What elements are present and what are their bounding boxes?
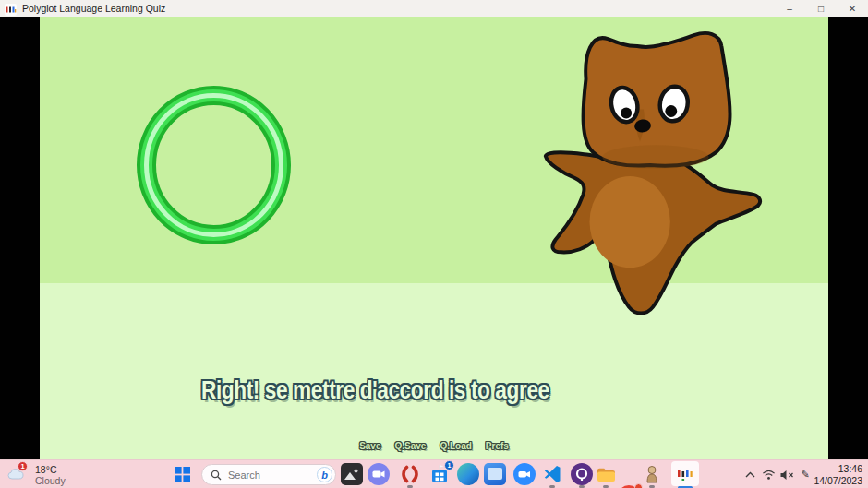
- weather-condition: Cloudy: [35, 475, 66, 486]
- menu-prefs[interactable]: Prefs: [486, 441, 509, 451]
- windows-logo-icon: [175, 467, 190, 482]
- quiz-scene: Right! se mettre d'accord is to agree Sa…: [40, 17, 828, 459]
- wifi-icon[interactable]: [759, 460, 778, 488]
- app-content: Right! se mettre d'accord is to agree Sa…: [0, 17, 868, 459]
- weather-notification-badge: 1: [18, 461, 28, 471]
- purple-app-icon[interactable]: [571, 463, 593, 485]
- scene-menu: Save Q.Save Q.Load Prefs: [40, 441, 828, 451]
- app-icon: [5, 3, 17, 15]
- edge-browser-icon[interactable]: [457, 463, 479, 485]
- quiz-red-app-icon[interactable]: [399, 463, 421, 485]
- taskbar: 1 18°C Cloudy b: [0, 459, 868, 488]
- character-app-icon[interactable]: [641, 463, 663, 485]
- bing-chat-icon[interactable]: b: [317, 467, 332, 482]
- bear-character: [527, 22, 766, 327]
- menu-save[interactable]: Save: [359, 441, 380, 451]
- weather-temperature: 18°C: [35, 464, 66, 475]
- clock-date: 14/07/2023: [814, 475, 862, 487]
- window-title: Polyglot Language Learning Quiz: [22, 3, 165, 14]
- window-titlebar[interactable]: Polyglot Language Learning Quiz – □ ✕: [0, 0, 868, 17]
- search-input[interactable]: [228, 470, 307, 481]
- chrome-notification-badge: [634, 483, 643, 488]
- quiz-feedback-text: Right! se mettre d'accord is to agree: [201, 376, 549, 405]
- green-ring-icon: [137, 86, 291, 244]
- active-app-quiz-icon[interactable]: [671, 461, 699, 486]
- start-button[interactable]: [175, 467, 190, 482]
- pen-icon[interactable]: ✎: [796, 460, 814, 488]
- taskbar-clock[interactable]: 13:46 14/07/2023: [814, 463, 862, 486]
- vscode-app-icon[interactable]: [541, 463, 563, 485]
- window-controls: – □ ✕: [774, 0, 868, 17]
- zoom-app-icon[interactable]: [513, 463, 536, 485]
- search-icon: [211, 470, 222, 481]
- close-button[interactable]: ✕: [837, 0, 868, 17]
- store-notification-badge: 1: [444, 460, 454, 470]
- taskbar-search[interactable]: b: [201, 464, 336, 485]
- file-explorer-icon[interactable]: [595, 463, 617, 485]
- picture-app-icon[interactable]: [341, 463, 363, 485]
- minimize-button[interactable]: –: [774, 0, 805, 17]
- tray-chevron-up-icon[interactable]: [741, 460, 759, 488]
- menu-quick-save[interactable]: Q.Save: [394, 441, 426, 451]
- quiz-app-glyph: [676, 465, 694, 483]
- weather-widget[interactable]: 1 18°C Cloudy: [6, 462, 116, 487]
- menu-quick-load[interactable]: Q.Load: [440, 441, 471, 451]
- screen: Polyglot Language Learning Quiz – □ ✕: [0, 0, 868, 488]
- maximize-button[interactable]: □: [805, 0, 837, 17]
- system-tray: ✎: [741, 460, 814, 488]
- video-chat-app-icon[interactable]: [368, 463, 390, 485]
- microsoft-store-icon[interactable]: 1: [428, 463, 451, 485]
- media-app-icon[interactable]: [484, 463, 506, 485]
- volume-muted-icon[interactable]: [778, 460, 796, 488]
- clock-time: 13:46: [814, 463, 862, 475]
